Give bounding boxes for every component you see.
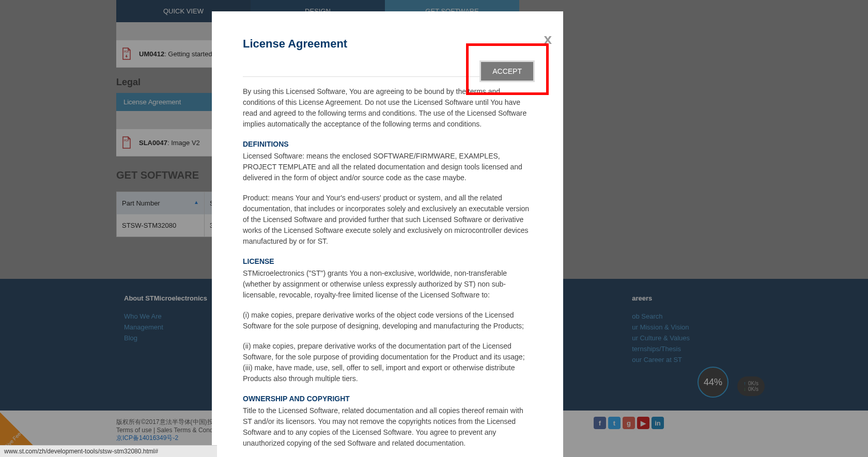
def-para-1: Licensed Software: means the enclosed SO… bbox=[243, 151, 532, 183]
lic-para-34: (ii) make copies, prepare derivative wor… bbox=[243, 341, 532, 384]
close-icon[interactable]: x bbox=[544, 31, 552, 48]
browser-status-bar: www.st.com/zh/development-tools/stsw-stm… bbox=[0, 445, 217, 457]
lic-para-2: (i) make copies, prepare derivative work… bbox=[243, 310, 532, 332]
modal-body: By using this Licensed Software, You are… bbox=[243, 86, 532, 449]
license-modal: x License Agreement ACCEPT By using this… bbox=[212, 11, 563, 457]
accept-button[interactable]: ACCEPT bbox=[479, 60, 535, 82]
license-heading: LICENSE bbox=[243, 256, 532, 267]
own-para: Title to the Licensed Software, related … bbox=[243, 405, 532, 449]
definitions-heading: DEFINITIONS bbox=[243, 139, 532, 150]
def-para-2: Product: means Your and Your's end-users… bbox=[243, 193, 532, 247]
ownership-heading: OWNERSHIP AND COPYRIGHT bbox=[243, 393, 532, 404]
lic-para-1: STMicroelectronics ("ST") grants You a n… bbox=[243, 268, 532, 301]
intro-para: By using this Licensed Software, You are… bbox=[243, 86, 532, 130]
modal-title: License Agreement bbox=[243, 37, 532, 51]
